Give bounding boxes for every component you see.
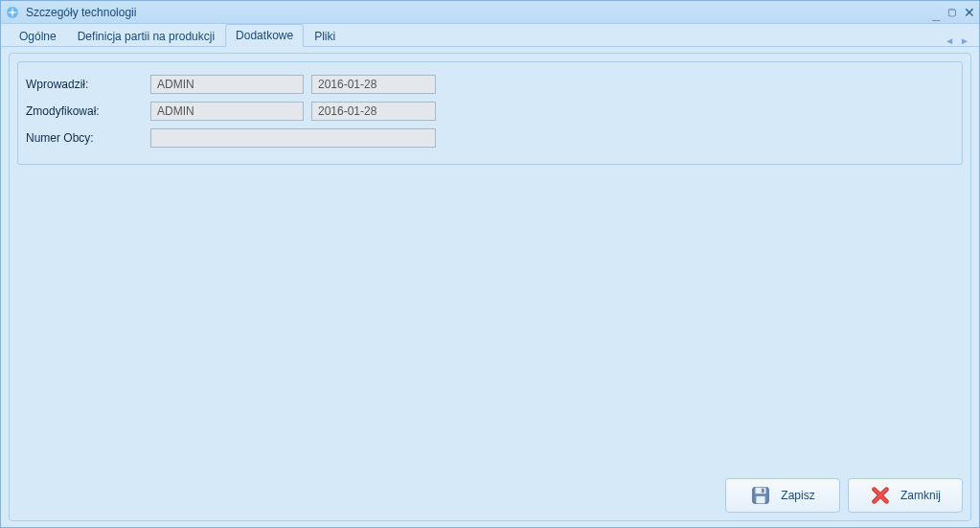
- window-title: Szczegóły technologii: [26, 6, 932, 19]
- content-spacer: [10, 172, 970, 471]
- row-foreign-no: Numer Obcy:: [26, 126, 954, 150]
- row-modified-by: Zmodyfikował: ADMIN 2016-01-28: [26, 99, 954, 124]
- svg-rect-4: [762, 489, 764, 494]
- save-button-label: Zapisz: [781, 489, 814, 502]
- titlebar: Szczegóły technologii _ ▢ ✕: [1, 1, 979, 24]
- save-icon: [750, 485, 771, 506]
- input-created-by-user: ADMIN: [150, 75, 304, 94]
- tab-dodatkowe[interactable]: Dodatkowe: [225, 24, 304, 47]
- close-button-label: Zamknij: [900, 489, 941, 502]
- minimize-button[interactable]: _: [932, 7, 940, 22]
- label-created-by: Wprowadził:: [26, 78, 150, 91]
- svg-rect-3: [757, 496, 765, 503]
- details-fieldset: Wprowadził: ADMIN 2016-01-28 Zmodyfikowa…: [17, 61, 963, 165]
- button-row: Zapisz Zamknij: [10, 471, 970, 520]
- label-modified-by: Zmodyfikował:: [26, 104, 150, 118]
- tab-pliki[interactable]: Pliki: [304, 25, 346, 47]
- app-icon: [5, 5, 20, 20]
- close-button[interactable]: Zamknij: [848, 478, 963, 513]
- label-foreign-no: Numer Obcy:: [26, 131, 150, 145]
- window-controls: _ ▢ ✕: [932, 5, 975, 20]
- close-icon: [870, 485, 891, 506]
- window: Szczegóły technologii _ ▢ ✕ Ogólne Defin…: [0, 0, 980, 528]
- row-created-by: Wprowadził: ADMIN 2016-01-28: [26, 72, 954, 97]
- tab-scroll-left-icon[interactable]: ◄: [943, 35, 956, 46]
- svg-rect-2: [756, 488, 766, 494]
- tab-nav: ◄ ►: [943, 35, 971, 46]
- input-foreign-no: [150, 128, 436, 148]
- input-modified-date: 2016-01-28: [311, 102, 436, 121]
- tabstrip: Ogólne Definicja partii na produkcji Dod…: [1, 24, 979, 47]
- maximize-button[interactable]: ▢: [947, 7, 956, 17]
- input-modified-by-user: ADMIN: [150, 102, 304, 121]
- tab-ogolne[interactable]: Ogólne: [9, 25, 67, 47]
- tab-content: Wprowadził: ADMIN 2016-01-28 Zmodyfikowa…: [9, 53, 971, 521]
- tab-scroll-right-icon[interactable]: ►: [958, 35, 971, 46]
- tab-definicja-partii[interactable]: Definicja partii na produkcji: [67, 25, 225, 47]
- input-created-date: 2016-01-28: [311, 75, 436, 94]
- close-window-button[interactable]: ✕: [964, 5, 975, 20]
- save-button[interactable]: Zapisz: [725, 478, 840, 513]
